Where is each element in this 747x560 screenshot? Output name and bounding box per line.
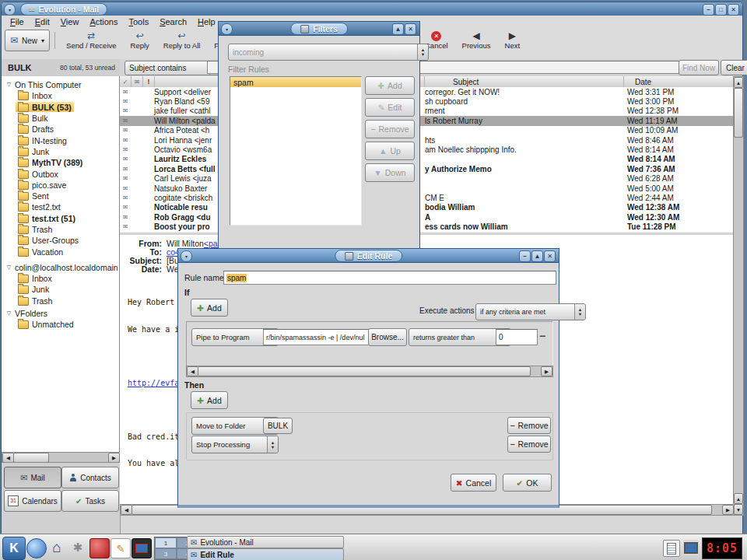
window-menu-button[interactable]: ▾: [4, 4, 16, 16]
folder-item-test-txt[interactable]: test.txt (51): [2, 213, 119, 224]
close-button[interactable]: ✕: [544, 250, 556, 262]
criteria-hscrollbar[interactable]: ◀ ▶: [186, 366, 553, 377]
expander-icon[interactable]: ▽: [5, 82, 12, 88]
scroll-up-icon[interactable]: ▲: [734, 493, 743, 504]
maximize-button[interactable]: □: [715, 4, 727, 16]
shade-button[interactable]: ▲: [531, 250, 543, 262]
switcher-tasks-button[interactable]: ✔ Tasks: [61, 490, 119, 512]
message-vscrollbar[interactable]: ▲ ▲ ▼: [733, 76, 744, 516]
folder-item-junk[interactable]: Junk: [2, 146, 119, 157]
expander-icon[interactable]: ▽: [5, 310, 12, 317]
scroll-left-icon[interactable]: ◀: [121, 505, 132, 515]
minimize-button[interactable]: −: [703, 4, 714, 16]
menu-view[interactable]: View: [55, 16, 85, 27]
remove-action-button[interactable]: −Remove: [507, 417, 551, 434]
message-row[interactable]: ✉Ryan Bland <59sh cupboardWed 3:00 PM: [120, 96, 733, 106]
folder-item-junk-2[interactable]: Junk: [2, 284, 119, 295]
switcher-mail-button[interactable]: ✉ Mail: [4, 467, 61, 488]
task-evolution-mail[interactable]: ✉ Evolution - Mail: [187, 536, 344, 548]
folder-item-mythtv[interactable]: MythTV (389): [2, 157, 119, 168]
status-column-header[interactable]: ✓: [120, 76, 132, 87]
new-button[interactable]: ✉ New ▾: [5, 30, 50, 51]
tree-group-vfolders[interactable]: ▽ VFolders: [2, 308, 119, 319]
red-app-icon[interactable]: [89, 538, 110, 558]
send-receive-button[interactable]: ⇄ Send / Receive: [60, 30, 122, 51]
remove-criterion-icon[interactable]: −: [536, 330, 549, 342]
next-button[interactable]: ▶ Next: [499, 30, 527, 51]
web-browser-icon[interactable]: [26, 538, 47, 558]
scroll-right-icon[interactable]: ▶: [722, 505, 734, 515]
important-column-header[interactable]: !: [143, 76, 155, 87]
scroll-up-icon[interactable]: ▲: [734, 77, 743, 88]
message-row[interactable]: ✉Africa Poteat <hWed 10:09 AM: [120, 126, 733, 135]
scroll-right-icon[interactable]: ▶: [541, 366, 552, 376]
find-now-button[interactable]: Find Now: [679, 60, 719, 75]
taskbar-clock[interactable]: 8:05: [702, 537, 742, 559]
reply-to-all-button[interactable]: ↩ Reply to All: [157, 30, 207, 51]
cancel-button[interactable]: ✖Cancel: [451, 474, 496, 492]
klipper-tray-icon[interactable]: [663, 540, 680, 557]
message-row[interactable]: ✉Support <delivercorregor. Get it NOW!We…: [120, 87, 733, 96]
menu-tools[interactable]: Tools: [123, 16, 154, 27]
scroll-left-icon[interactable]: ◀: [187, 366, 198, 376]
edit-rule-button[interactable]: ✎Edit: [365, 98, 415, 117]
message-row[interactable]: ✉Lorca Betts <fully Authorize MemoWed 7:…: [120, 164, 733, 173]
combo-stepper[interactable]: [267, 436, 278, 453]
folder-item-bulk-53[interactable]: BULK (53): [2, 102, 119, 113]
folder-item-inbox-2[interactable]: Inbox: [2, 273, 119, 284]
system-settings-icon[interactable]: ✱: [68, 538, 87, 557]
filters-titlebar[interactable]: ▾ Filters ▲ ✕: [219, 22, 419, 36]
window-titlebar[interactable]: ▾ ✉ Evolution - Mail − □ ✕: [2, 2, 742, 16]
message-row[interactable]: ✉cogitate <briskchCM EWed 2:44 AM: [120, 193, 733, 202]
display-tray-icon[interactable]: [683, 540, 699, 555]
add-criterion-button[interactable]: ✚Add: [191, 299, 228, 317]
browse-button[interactable]: Browse...: [368, 328, 407, 346]
filter-rules-list[interactable]: spam: [230, 76, 362, 226]
message-row[interactable]: ✉jake fuller <cathlrmentWed 12:38 PM: [120, 107, 733, 116]
tree-group-colin-localhost[interactable]: ▽ colin@localhost.localdomain: [2, 262, 119, 273]
menu-actions[interactable]: Actions: [84, 16, 123, 27]
task-edit-rule[interactable]: ✉ Edit Rule: [187, 548, 344, 560]
folder-item-trash-2[interactable]: Trash: [2, 296, 119, 306]
reply-button[interactable]: ↩ Reply: [124, 30, 156, 51]
add-action-button[interactable]: ✚Add: [191, 391, 228, 409]
message-row[interactable]: ✉Octavio <wsm6aam Noellec shippping Info…: [120, 145, 733, 154]
monitor-app-icon[interactable]: [132, 538, 152, 558]
folder-item-drafts[interactable]: Drafts: [2, 124, 119, 135]
folder-item-pico-save[interactable]: pico.save: [2, 180, 119, 191]
program-command-input[interactable]: r/bin/spamassassin -e | /dev/nul ▾: [263, 329, 381, 345]
message-row[interactable]: ✉Lauritz EcklesWed 8:14 AM: [120, 155, 733, 164]
folder-item-in-testing[interactable]: IN-testing: [2, 135, 119, 145]
home-icon[interactable]: ⌂: [47, 538, 66, 557]
text-editor-icon[interactable]: ✎: [110, 538, 131, 558]
shade-button[interactable]: ▲: [392, 23, 404, 35]
folder-item-vacation[interactable]: Vacation: [2, 246, 119, 257]
pager-desktop-3[interactable]: 3: [155, 548, 177, 559]
ok-button[interactable]: ✔OK: [503, 474, 552, 492]
message-row[interactable]: ✉Boost your proess cards now WilliamTue …: [120, 222, 733, 231]
scrollbar-thumb[interactable]: [734, 88, 743, 138]
folder-item-bulk[interactable]: Bulk: [2, 113, 119, 124]
menu-file[interactable]: File: [5, 16, 30, 27]
folder-item-unmatched[interactable]: Unmatched: [2, 319, 119, 330]
menu-help[interactable]: Help: [192, 16, 221, 27]
rule-name-input[interactable]: spam: [223, 271, 556, 285]
remove-rule-button[interactable]: −Remove: [365, 120, 415, 138]
tree-group-on-this-computer[interactable]: ▽ On This Computer: [2, 79, 119, 90]
clear-button[interactable]: Clear: [721, 60, 747, 75]
filter-source-select[interactable]: incoming: [228, 44, 429, 61]
add-rule-button[interactable]: ✚Add: [365, 76, 415, 95]
expander-icon[interactable]: ▽: [5, 264, 12, 271]
message-row[interactable]: ✉Lori Hanna <jenrhtsWed 8:46 AM: [120, 135, 733, 145]
close-button[interactable]: ✕: [405, 23, 416, 35]
date-column-header[interactable]: Date: [624, 76, 733, 87]
target-folder-button[interactable]: BULK: [263, 418, 293, 434]
switcher-contacts-button[interactable]: Contacts: [61, 467, 119, 488]
folder-item-user-groups[interactable]: User-Groups: [2, 235, 119, 246]
subject-column-header[interactable]: Subject: [425, 76, 624, 87]
message-row[interactable]: ✉Rob Gragg <duAWed 12:30 AM: [120, 212, 733, 222]
window-menu-button[interactable]: ▾: [181, 250, 192, 262]
move-up-button[interactable]: ▲Up: [365, 142, 415, 160]
close-button[interactable]: ✕: [728, 4, 739, 16]
move-down-button[interactable]: ▼Down: [365, 163, 415, 182]
